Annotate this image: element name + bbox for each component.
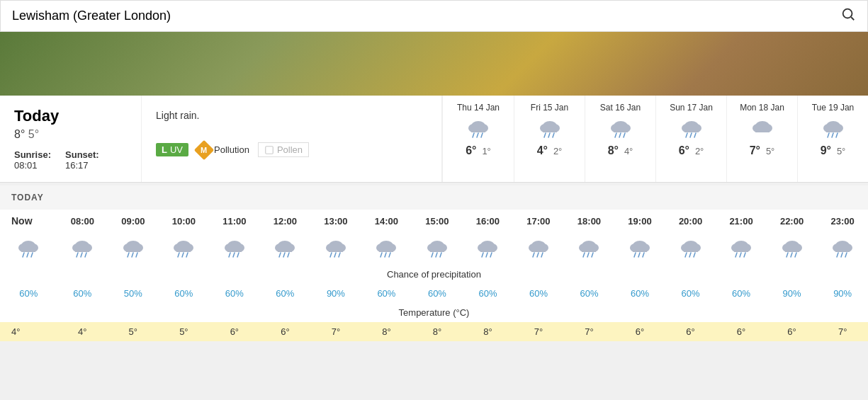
svg-line-8 xyxy=(477,133,478,137)
precip-3: 60% xyxy=(159,284,210,303)
forecast-day-2: Sat 16 Jan 8° 4° xyxy=(585,96,655,182)
forecast-temps: 8° 4° xyxy=(590,144,651,157)
svg-line-76 xyxy=(237,253,239,257)
forecast-low: 5° xyxy=(837,146,845,156)
svg-line-152 xyxy=(791,253,792,257)
forecast-temps: 4° 2° xyxy=(519,144,580,157)
sun-info: Sunrise: 08:01 Sunset: 16:17 xyxy=(14,149,127,171)
hour-10: 17:00 xyxy=(513,210,564,232)
forecast-low: 2° xyxy=(553,146,562,156)
svg-rect-27 xyxy=(684,127,699,132)
forecast-icon xyxy=(590,117,651,142)
svg-rect-129 xyxy=(633,246,647,252)
svg-line-54 xyxy=(81,253,82,257)
svg-line-102 xyxy=(432,253,433,257)
svg-line-40 xyxy=(832,133,833,137)
uv-letter: L xyxy=(162,144,167,155)
hour-2: 09:00 xyxy=(108,210,159,232)
precip-12: 60% xyxy=(614,284,665,303)
forecast-temps: 7° 5° xyxy=(731,144,793,157)
icon-row xyxy=(0,232,868,265)
hour-icon-0 xyxy=(0,232,57,265)
svg-line-160 xyxy=(845,253,847,257)
precip-4: 60% xyxy=(209,284,260,303)
temp-14: 6° xyxy=(716,322,767,341)
pollen-label: Pollen xyxy=(277,144,303,155)
today-description-panel: Light rain. L UV M Pollution Pollen xyxy=(142,96,442,182)
precip-8: 60% xyxy=(412,284,463,303)
svg-line-159 xyxy=(841,253,842,257)
temp-10: 7° xyxy=(513,322,564,341)
sunrise-info: Sunrise: 08:01 xyxy=(14,149,51,171)
forecast-day-4: Mon 18 Jan 7° 5° xyxy=(726,96,797,182)
forecast-day-3: Sun 17 Jan 6° 2° xyxy=(655,96,726,182)
forecast-low: 1° xyxy=(482,146,490,156)
hour-0: Now xyxy=(0,210,57,232)
svg-rect-157 xyxy=(835,246,850,252)
precip-1: 60% xyxy=(57,284,108,303)
hour-icon-10 xyxy=(513,232,564,265)
hour-14: 21:00 xyxy=(716,210,767,232)
hour-icon-14 xyxy=(716,232,767,265)
svg-line-138 xyxy=(689,253,691,257)
forecast-day-name: Tue 19 Jan xyxy=(802,103,864,113)
pollution-label: Pollution xyxy=(214,144,249,155)
sunrise-label: Sunrise: xyxy=(14,149,51,160)
svg-line-124 xyxy=(587,253,589,257)
temp-15: 6° xyxy=(767,322,818,341)
temp-4: 6° xyxy=(209,322,260,341)
hour-icon-7 xyxy=(361,232,412,265)
precip-row: 60%60%50%60%60%60%90%60%60%60%60%60%60%6… xyxy=(0,284,868,303)
today-title: Today xyxy=(14,107,127,125)
condition-badges: L UV M Pollution Pollen xyxy=(156,121,427,157)
forecast-low: 4° xyxy=(624,146,633,156)
hour-icon-4 xyxy=(209,232,260,265)
svg-rect-150 xyxy=(785,246,799,252)
today-panel: Today 8° 5° Sunrise: 08:01 Sunset: 16:17 xyxy=(0,96,142,182)
hour-9: 16:00 xyxy=(463,210,514,232)
temp-label-row: Temperature (°C) xyxy=(0,303,868,322)
today-low: 5° xyxy=(28,128,39,140)
precip-9: 60% xyxy=(463,284,514,303)
sunset-time: 16:17 xyxy=(65,160,99,171)
svg-line-7 xyxy=(473,133,474,137)
svg-line-90 xyxy=(339,253,340,257)
temp-3: 5° xyxy=(159,322,210,341)
hero-banner xyxy=(0,32,868,96)
precip-16: 90% xyxy=(817,284,868,303)
hour-icon-9 xyxy=(463,232,514,265)
pollution-icon: M xyxy=(194,139,214,159)
temp-5: 6° xyxy=(260,322,311,341)
hour-5: 12:00 xyxy=(260,210,311,232)
svg-rect-38 xyxy=(826,127,840,132)
forecast-high: 6° xyxy=(679,144,689,156)
hour-icon-13 xyxy=(665,232,716,265)
precip-7: 60% xyxy=(361,284,412,303)
precip-13: 60% xyxy=(665,284,716,303)
svg-rect-115 xyxy=(531,246,546,252)
svg-line-69 xyxy=(186,253,188,257)
svg-rect-73 xyxy=(227,246,242,252)
precip-2: 50% xyxy=(108,284,159,303)
app-header: Lewisham (Greater London) xyxy=(0,0,868,32)
forecast-high: 9° xyxy=(821,144,831,156)
location-title: Lewisham (Greater London) xyxy=(12,8,171,23)
search-button[interactable] xyxy=(840,6,856,25)
pollen-badge: Pollen xyxy=(258,142,309,157)
forecast-icon xyxy=(519,117,580,142)
svg-rect-143 xyxy=(734,246,748,252)
svg-rect-45 xyxy=(21,246,35,252)
today-high: 8° xyxy=(14,128,25,140)
temp-0: 4° xyxy=(0,322,57,341)
svg-rect-108 xyxy=(480,246,495,252)
forecast-day-1: Fri 15 Jan 4° 2° xyxy=(514,96,585,182)
temp-16: 7° xyxy=(817,322,868,341)
svg-point-0 xyxy=(843,9,852,18)
sunset-info: Sunset: 16:17 xyxy=(65,149,99,171)
pollution-badge: M Pollution xyxy=(197,143,249,157)
svg-line-109 xyxy=(482,253,483,257)
forecast-high: 4° xyxy=(537,144,548,156)
precip-14: 60% xyxy=(716,284,767,303)
uv-badge: L UV xyxy=(156,143,188,156)
forecast-day-5: Tue 19 Jan 9° 5° xyxy=(797,96,868,182)
